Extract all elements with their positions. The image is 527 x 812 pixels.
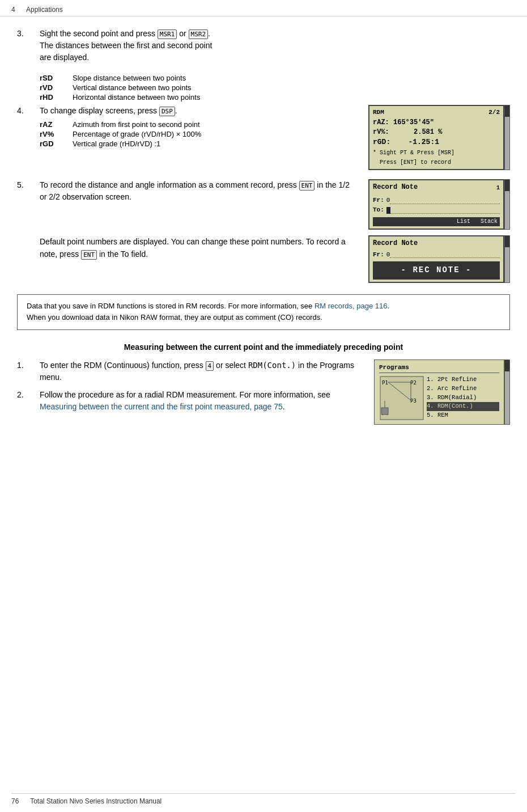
def-raz-term: rAZ: [40, 120, 68, 129]
def-rv-desc: Percentage of grade (rVD/rHD) × 100%: [73, 130, 358, 138]
prog-item-4: 4. RDM(Cont.): [427, 402, 499, 411]
rn2-fr-field: Fr: 0: [373, 251, 500, 259]
svg-rect-8: [381, 408, 388, 415]
rdm-scrollbar: [504, 105, 510, 170]
step-4-block: 4. To change display screens, press DSP.: [17, 105, 358, 117]
prog-item-2: 2. Arc RefLine: [427, 384, 499, 394]
definitions-step3: rSD Slope distance between two points rV…: [40, 74, 510, 102]
page-header: 4 Applications: [0, 0, 527, 16]
step-5-number: 5.: [17, 179, 40, 189]
programs-items: P1 P2 P3 P4: [379, 375, 499, 421]
rdm-title: RDM: [373, 108, 384, 117]
svg-text:P3: P3: [410, 398, 416, 404]
rn1-title: Record Note: [373, 183, 418, 192]
measuring-step-1: 1. To enter the RDM (Continuous) functio…: [17, 360, 364, 383]
ent-key-step5: ENT: [299, 181, 315, 191]
rn2-fr-dots: [390, 251, 500, 258]
rn1-bottom-bar: List Stack: [373, 217, 500, 226]
rn1-scrollbar: [504, 179, 510, 230]
section-heading: Measuring between the current point and …: [17, 342, 510, 352]
def-rvd-term: rVD: [40, 83, 68, 92]
rdmcont-code: RDM(Cont.): [248, 361, 296, 370]
record-note-box-2: Record Note Fr: 0 - REC NOTE -: [368, 235, 504, 283]
rn1-fr-dots: [390, 197, 500, 204]
rn1-to-field: To:: [373, 206, 500, 214]
programs-screen: Programs P1 P2: [374, 360, 504, 425]
def-rgd-term: rGD: [40, 139, 68, 148]
measuring-link[interactable]: Measuring between the current and the fi…: [40, 402, 283, 411]
rn2-scrollbar: [504, 235, 510, 283]
step-4-number: 4.: [17, 105, 40, 115]
rdm-row-gd: rGD: -1.25:1: [373, 137, 500, 147]
step-4-text: To change display screens, press DSP.: [40, 105, 358, 117]
info-link[interactable]: RM records, page 116: [314, 302, 388, 310]
record-note-box-1: Record Note 1 Fr: 0 To: List Stack: [368, 179, 504, 230]
step-5-block: 5. To record the distance and angle info…: [17, 179, 358, 203]
rdm-footer1: * Sight PT & Press [MSR]: [373, 149, 500, 157]
rdm-row-v: rV%: 2.581 %: [373, 128, 500, 137]
def-rvd-desc: Vertical distance between two points: [73, 83, 510, 92]
def-rsd-desc: Slope distance between two points: [73, 74, 510, 82]
step-3-text: Sight the second point and press MSR1 or…: [40, 28, 510, 64]
def-rv-term: rV%: [40, 130, 68, 138]
msr2-key: MSR2: [189, 29, 209, 39]
info-text-before: Data that you save in RDM functions is s…: [27, 302, 314, 310]
programs-svg: P1 P2 P3 P4: [379, 375, 424, 421]
chapter-number: 4: [11, 6, 15, 14]
rn1-page: 1: [496, 184, 500, 192]
def-rhd-term: rHD: [40, 93, 68, 102]
programs-screen-image: Programs P1 P2: [374, 360, 510, 425]
rec-note-label: - REC NOTE -: [373, 261, 500, 280]
dsp-key: DSP: [159, 107, 175, 116]
measuring-step-2: 2. Follow the procedure as for a radial …: [17, 389, 364, 413]
definitions-step4: rAZ Azimuth from first point to second p…: [40, 120, 358, 148]
programs-scrollbar: [504, 360, 510, 425]
programs-diagram: P1 P2 P3 P4: [379, 375, 424, 421]
rdm-row-az: rAZ: 165°35'45": [373, 118, 500, 128]
prog-item-3: 3. RDM(Radial): [427, 394, 499, 403]
msr1-key: MSR1: [158, 29, 177, 39]
footer-book-title: Total Station Nivo Series Instruction Ma…: [30, 797, 162, 805]
mstep-1-number: 1.: [17, 360, 40, 370]
record-note-screen-1: Record Note 1 Fr: 0 To: List Stack: [368, 179, 510, 230]
default-point-note: Default point numbers are displayed. You…: [40, 235, 358, 261]
rdm-footer2: Press [ENT] to record: [373, 159, 500, 167]
step-3-block: 3. Sight the second point and press MSR1…: [17, 28, 510, 64]
mstep-2-number: 2.: [17, 389, 40, 399]
programs-list: 1. 2Pt RefLine 2. Arc RefLine 3. RDM(Rad…: [427, 375, 499, 421]
step-5-text: To record the distance and angle informa…: [40, 179, 358, 203]
programs-title: Programs: [379, 363, 499, 373]
svg-text:P2: P2: [410, 380, 416, 386]
info-box: Data that you save in RDM functions is s…: [17, 294, 510, 331]
ent-key-note: ENT: [81, 250, 97, 260]
rn1-fr-value: 0: [386, 196, 390, 205]
rdm-screen-image: RDM 2/2 rAZ: 165°35'45" rV%: 2.581 % rGD…: [368, 105, 510, 170]
prog-item-1: 1. 2Pt RefLine: [427, 375, 499, 384]
def-rgd-desc: Vertical grade (rHD/rVD) :1: [73, 139, 358, 148]
rn1-fr-field: Fr: 0: [373, 196, 500, 205]
page-footer: 76 Total Station Nivo Series Instruction…: [11, 793, 516, 805]
def-rsd-term: rSD: [40, 74, 68, 82]
step-3-number: 3.: [17, 28, 40, 38]
rdm-page: 2/2: [488, 108, 500, 117]
rn2-fr-value: 0: [386, 251, 390, 259]
rn1-to-label: To:: [373, 206, 384, 214]
svg-text:P1: P1: [382, 380, 388, 386]
mstep-1-text: To enter the RDM (Continuous) function, …: [40, 360, 364, 383]
prog-item-5: 5. REM: [427, 411, 499, 420]
rn2-title: Record Note: [373, 239, 418, 247]
rn1-fr-label: Fr:: [373, 196, 384, 205]
def-raz-desc: Azimuth from first point to second point: [73, 120, 358, 129]
rdm-screen: RDM 2/2 rAZ: 165°35'45" rV%: 2.581 % rGD…: [368, 105, 504, 170]
mstep-2-text: Follow the procedure as for a radial RDM…: [40, 389, 364, 413]
rn2-fr-label: Fr:: [373, 251, 384, 259]
rn1-cursor: [386, 207, 390, 214]
chapter-title: Applications: [26, 6, 63, 14]
record-note-screen-2: Record Note Fr: 0 - REC NOTE -: [368, 235, 510, 283]
key-4: 4: [206, 361, 214, 371]
footer-page-number: 76: [11, 797, 19, 805]
rn1-to-dots: [390, 207, 500, 214]
def-rhd-desc: Horizontal distance between two points: [73, 93, 510, 102]
main-content: 3. Sight the second point and press MSR1…: [0, 16, 527, 477]
